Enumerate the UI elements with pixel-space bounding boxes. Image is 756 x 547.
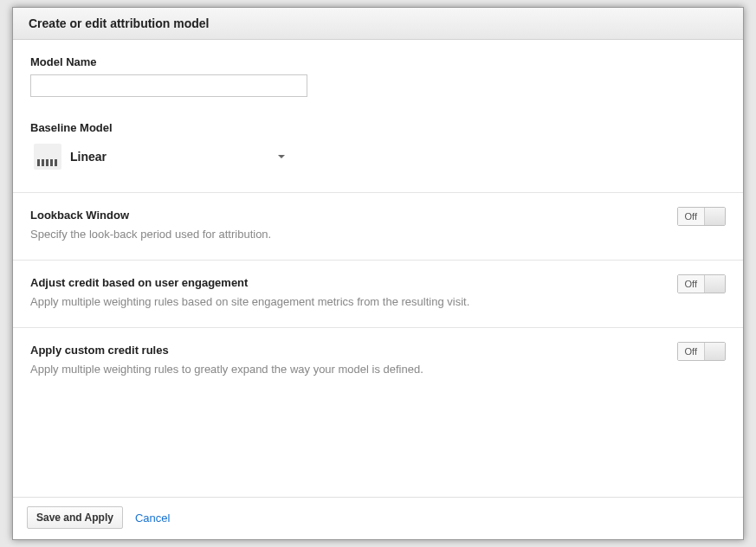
lookback-section: Lookback Window Specify the look-back pe…: [13, 193, 743, 261]
engagement-section: Adjust credit based on user engagement A…: [13, 261, 743, 328]
model-name-section: Model Name: [13, 40, 743, 121]
save-and-apply-button[interactable]: Save and Apply: [27, 506, 123, 529]
dialog-body: Model Name Baseline Model Linear Lookbac…: [13, 40, 743, 497]
toggle-knob: [704, 275, 725, 293]
engagement-toggle-state: Off: [678, 275, 704, 293]
dialog-header: Create or edit attribution model: [13, 8, 743, 40]
dialog-title: Create or edit attribution model: [29, 16, 727, 30]
custom-rules-desc: Apply multiple weighting rules to greatl…: [30, 363, 726, 376]
toggle-knob: [704, 208, 725, 225]
baseline-model-label: Baseline Model: [30, 121, 726, 134]
engagement-title: Adjust credit based on user engagement: [30, 276, 726, 289]
lookback-desc: Specify the look-back period used for at…: [30, 228, 726, 241]
lookback-toggle[interactable]: Off: [677, 207, 726, 226]
lookback-title: Lookback Window: [30, 209, 726, 222]
cancel-button[interactable]: Cancel: [135, 512, 170, 524]
model-name-label: Model Name: [30, 55, 726, 68]
toggle-knob: [704, 343, 725, 360]
attribution-model-dialog: Create or edit attribution model Model N…: [12, 7, 744, 540]
baseline-model-section: Baseline Model Linear: [13, 121, 743, 193]
custom-rules-toggle-state: Off: [678, 343, 704, 360]
custom-rules-title: Apply custom credit rules: [30, 344, 726, 357]
lookback-toggle-state: Off: [678, 208, 704, 225]
engagement-toggle[interactable]: Off: [677, 274, 726, 293]
baseline-model-select[interactable]: Linear: [30, 140, 290, 173]
baseline-model-value: Linear: [70, 150, 269, 164]
linear-icon: [34, 144, 61, 170]
custom-rules-section: Apply custom credit rules Apply multiple…: [13, 328, 743, 395]
model-name-input[interactable]: [30, 74, 307, 97]
dialog-footer: Save and Apply Cancel: [13, 497, 743, 539]
engagement-desc: Apply multiple weighting rules based on …: [30, 295, 726, 308]
custom-rules-toggle[interactable]: Off: [677, 342, 726, 361]
dropdown-caret-icon: [278, 155, 285, 158]
